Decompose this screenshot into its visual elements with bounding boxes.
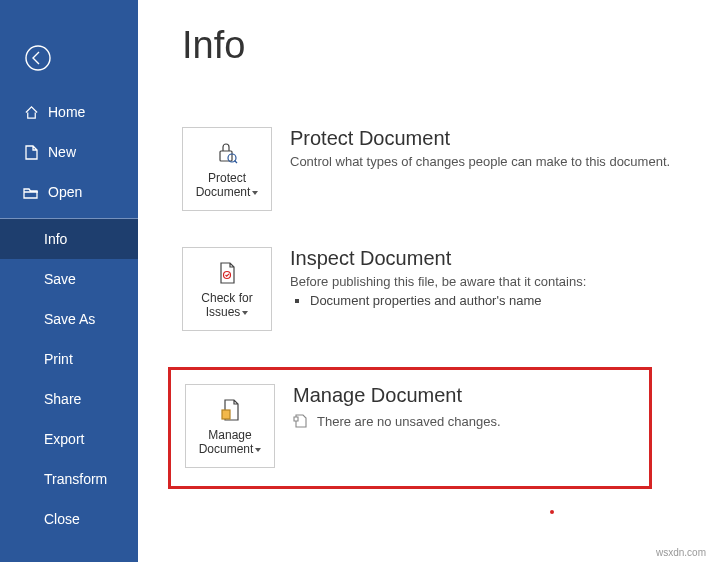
sidebar-item-transform[interactable]: Transform bbox=[0, 459, 138, 499]
watermark-text: wsxdn.com bbox=[656, 547, 706, 558]
inspect-issues-list: Document properties and author's name bbox=[310, 293, 586, 308]
chevron-down-icon bbox=[255, 448, 261, 452]
section-heading: Manage Document bbox=[293, 384, 501, 407]
inspect-body: Inspect Document Before publishing this … bbox=[290, 247, 586, 308]
check-for-issues-button[interactable]: Check for Issues bbox=[182, 247, 272, 331]
new-doc-icon bbox=[22, 145, 40, 160]
sidebar-item-export[interactable]: Export bbox=[0, 419, 138, 459]
lock-icon bbox=[214, 139, 240, 167]
chevron-down-icon bbox=[242, 311, 248, 315]
button-label: Manage Document bbox=[199, 428, 254, 456]
version-history-icon bbox=[293, 413, 309, 429]
sidebar-item-label: Open bbox=[48, 184, 82, 200]
sidebar-item-label: Info bbox=[44, 231, 67, 247]
sidebar-item-save-as[interactable]: Save As bbox=[0, 299, 138, 339]
manage-doc-icon bbox=[218, 396, 242, 424]
sidebar-item-print[interactable]: Print bbox=[0, 339, 138, 379]
annotation-dot bbox=[550, 510, 554, 514]
sidebar-item-close[interactable]: Close bbox=[0, 499, 138, 539]
sidebar-item-open[interactable]: Open bbox=[0, 172, 138, 212]
manage-status-text: There are no unsaved changes. bbox=[317, 414, 501, 429]
sidebar-item-label: Export bbox=[44, 431, 84, 447]
section-description: Before publishing this file, be aware th… bbox=[290, 274, 586, 289]
back-button[interactable] bbox=[10, 30, 66, 86]
sidebar-item-label: New bbox=[48, 144, 76, 160]
sidebar-item-share[interactable]: Share bbox=[0, 379, 138, 419]
sidebar-item-info[interactable]: Info bbox=[0, 219, 138, 259]
manage-document-button[interactable]: Manage Document bbox=[185, 384, 275, 468]
svg-rect-1 bbox=[220, 151, 232, 161]
sidebar-item-label: Home bbox=[48, 104, 85, 120]
svg-point-3 bbox=[224, 271, 231, 278]
folder-open-icon bbox=[22, 186, 40, 199]
main-panel: Info Protect Document Protect Document C… bbox=[138, 0, 712, 562]
list-item: Document properties and author's name bbox=[310, 293, 586, 308]
sidebar-item-label: Save As bbox=[44, 311, 95, 327]
button-label: Protect Document bbox=[196, 171, 251, 199]
manage-body: Manage Document There are no unsaved cha… bbox=[293, 384, 501, 429]
backstage-sidebar: Home New Open Info Save Save As Print Sh… bbox=[0, 0, 138, 562]
chevron-down-icon bbox=[252, 191, 258, 195]
section-protect: Protect Document Protect Document Contro… bbox=[182, 127, 712, 211]
page-title: Info bbox=[182, 24, 712, 67]
section-description: Control what types of changes people can… bbox=[290, 154, 670, 169]
sidebar-item-new[interactable]: New bbox=[0, 132, 138, 172]
inspect-icon bbox=[215, 259, 239, 287]
sidebar-item-label: Share bbox=[44, 391, 81, 407]
svg-rect-4 bbox=[222, 410, 230, 419]
sidebar-item-label: Save bbox=[44, 271, 76, 287]
highlight-box: Manage Document Manage Document There ar… bbox=[168, 367, 652, 489]
home-icon bbox=[22, 105, 40, 120]
protect-body: Protect Document Control what types of c… bbox=[290, 127, 670, 169]
sidebar-item-label: Close bbox=[44, 511, 80, 527]
sidebar-item-home[interactable]: Home bbox=[0, 92, 138, 132]
sidebar-item-save[interactable]: Save bbox=[0, 259, 138, 299]
section-inspect: Check for Issues Inspect Document Before… bbox=[182, 247, 712, 331]
section-heading: Protect Document bbox=[290, 127, 670, 150]
section-manage: Manage Document Manage Document There ar… bbox=[185, 384, 635, 468]
svg-point-0 bbox=[26, 46, 50, 70]
sidebar-item-label: Transform bbox=[44, 471, 107, 487]
protect-document-button[interactable]: Protect Document bbox=[182, 127, 272, 211]
sidebar-item-label: Print bbox=[44, 351, 73, 367]
section-heading: Inspect Document bbox=[290, 247, 586, 270]
back-arrow-icon bbox=[24, 44, 52, 72]
